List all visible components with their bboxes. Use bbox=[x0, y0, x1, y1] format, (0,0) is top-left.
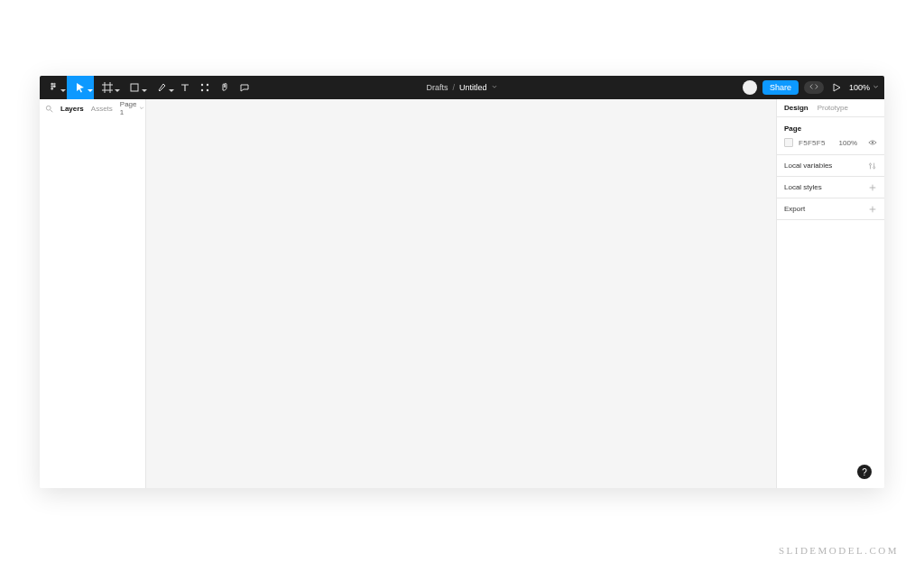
share-button[interactable]: Share bbox=[762, 80, 799, 95]
chevron-down-icon bbox=[88, 89, 93, 92]
help-text: ? bbox=[862, 467, 867, 477]
frame-tool-button[interactable] bbox=[94, 76, 121, 99]
watermark: SLIDEMODEL.COM bbox=[779, 545, 899, 556]
svg-point-10 bbox=[201, 84, 203, 86]
hand-tool-button[interactable] bbox=[215, 76, 235, 99]
text-icon bbox=[180, 82, 190, 93]
move-tool-button[interactable] bbox=[67, 76, 94, 99]
svg-point-14 bbox=[46, 106, 51, 110]
main-menu-button[interactable] bbox=[40, 76, 67, 99]
figma-logo-icon bbox=[48, 82, 59, 93]
svg-point-11 bbox=[207, 84, 208, 86]
page-color-swatch[interactable] bbox=[784, 138, 793, 147]
page-color-opacity: 100% bbox=[839, 139, 857, 147]
chevron-down-icon bbox=[492, 83, 498, 92]
breadcrumb[interactable]: Drafts / Untitled bbox=[426, 83, 497, 92]
comment-icon bbox=[239, 82, 250, 93]
shape-tool-button[interactable] bbox=[121, 76, 148, 99]
local-variables-label: Local variables bbox=[784, 161, 832, 170]
design-tab[interactable]: Design bbox=[784, 104, 808, 112]
cursor-icon bbox=[75, 82, 86, 93]
breadcrumb-title: Untitled bbox=[459, 83, 487, 92]
resources-tool-button[interactable] bbox=[195, 76, 215, 99]
right-panel: Design Prototype Page F5F5F5 100% bbox=[776, 99, 884, 488]
rectangle-icon bbox=[129, 82, 140, 93]
svg-rect-2 bbox=[51, 85, 53, 88]
breadcrumb-parent: Drafts bbox=[426, 83, 448, 92]
svg-point-16 bbox=[872, 142, 873, 143]
svg-rect-3 bbox=[53, 85, 56, 88]
export-label: Export bbox=[784, 205, 805, 213]
svg-point-12 bbox=[201, 89, 203, 91]
zoom-value: 100% bbox=[849, 83, 870, 92]
zoom-dropdown[interactable]: 100% bbox=[849, 83, 879, 92]
chevron-down-icon bbox=[115, 89, 120, 92]
layer-search-button[interactable] bbox=[45, 105, 53, 113]
frame-icon bbox=[102, 82, 113, 93]
toolbar-right: Share 100% bbox=[743, 76, 879, 99]
svg-point-20 bbox=[873, 166, 875, 168]
svg-rect-4 bbox=[51, 88, 53, 90]
local-styles-label: Local styles bbox=[784, 183, 822, 191]
chevron-down-icon bbox=[873, 83, 879, 92]
export-row[interactable]: Export bbox=[777, 198, 884, 220]
left-panel-tabs: Layers Assets Page 1 bbox=[40, 99, 145, 117]
page-label: Page 1 bbox=[120, 100, 137, 116]
help-button[interactable]: ? bbox=[857, 465, 872, 479]
user-avatar[interactable] bbox=[743, 80, 757, 95]
page-section-title: Page bbox=[784, 125, 877, 133]
svg-rect-1 bbox=[53, 83, 56, 86]
chevron-down-icon bbox=[60, 89, 66, 92]
plus-icon bbox=[868, 183, 877, 192]
present-button[interactable] bbox=[829, 76, 844, 99]
play-icon bbox=[831, 82, 842, 93]
left-panel: Layers Assets Page 1 bbox=[40, 99, 146, 488]
layers-tab[interactable]: Layers bbox=[60, 105, 84, 113]
svg-point-19 bbox=[870, 163, 872, 165]
local-styles-row[interactable]: Local styles bbox=[777, 177, 884, 198]
eye-icon bbox=[863, 138, 877, 147]
page-section: Page F5F5F5 100% bbox=[777, 117, 884, 155]
comment-tool-button[interactable] bbox=[235, 76, 254, 99]
svg-rect-9 bbox=[131, 84, 138, 91]
add-export-button[interactable] bbox=[868, 205, 877, 214]
chevron-down-icon bbox=[169, 89, 174, 92]
breadcrumb-separator: / bbox=[452, 83, 455, 92]
visibility-toggle[interactable] bbox=[863, 138, 877, 147]
chevron-down-icon bbox=[139, 105, 144, 113]
assets-tab[interactable]: Assets bbox=[91, 105, 113, 113]
resources-icon bbox=[199, 82, 210, 93]
prototype-tab[interactable]: Prototype bbox=[818, 104, 848, 112]
workarea: Layers Assets Page 1 Design Prototype Pa… bbox=[40, 99, 884, 488]
search-icon bbox=[45, 105, 53, 113]
sliders-icon bbox=[868, 161, 877, 171]
variables-settings-button[interactable] bbox=[868, 161, 877, 171]
local-variables-row[interactable]: Local variables bbox=[777, 155, 884, 177]
pen-icon bbox=[156, 82, 167, 93]
page-color-hex: F5F5F5 bbox=[799, 139, 826, 147]
top-toolbar: Drafts / Untitled Share 100% bbox=[40, 76, 884, 99]
text-tool-button[interactable] bbox=[175, 76, 195, 99]
canvas[interactable] bbox=[146, 99, 776, 488]
svg-rect-0 bbox=[51, 83, 53, 86]
svg-line-15 bbox=[51, 110, 52, 112]
app-window: Drafts / Untitled Share 100% bbox=[40, 76, 884, 488]
right-panel-tabs: Design Prototype bbox=[777, 99, 884, 117]
chevron-down-icon bbox=[142, 89, 147, 92]
svg-point-13 bbox=[207, 89, 208, 91]
page-selector[interactable]: Page 1 bbox=[120, 100, 144, 116]
hand-icon bbox=[219, 82, 230, 93]
code-icon bbox=[809, 83, 818, 92]
plus-icon bbox=[868, 205, 877, 214]
pen-tool-button[interactable] bbox=[148, 76, 175, 99]
page-background-row[interactable]: F5F5F5 100% bbox=[784, 138, 877, 147]
toolbar-left bbox=[40, 76, 254, 99]
add-style-button[interactable] bbox=[868, 183, 877, 192]
dev-mode-toggle[interactable] bbox=[804, 81, 824, 94]
